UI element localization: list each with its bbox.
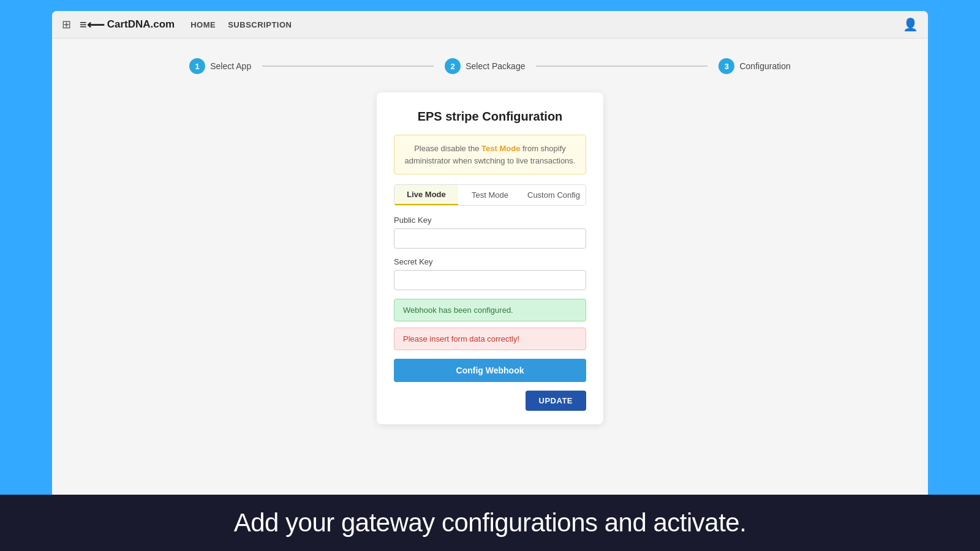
nav-home[interactable]: HOME — [190, 20, 216, 29]
grid-icon[interactable]: ⊞ — [62, 18, 71, 31]
public-key-label: Public Key — [394, 216, 586, 225]
tab-live-mode[interactable]: Live Mode — [394, 185, 458, 205]
stepper: 1 Select App 2 Select Package 3 Configur… — [52, 39, 928, 92]
step-line-1 — [262, 66, 434, 67]
config-webhook-button[interactable]: Config Webhook — [394, 359, 586, 382]
step-1: 1 Select App — [189, 58, 251, 74]
step-1-label: Select App — [210, 61, 251, 71]
secret-key-input[interactable] — [394, 270, 586, 290]
step-1-circle: 1 — [189, 58, 205, 74]
warning-highlight: Test Mode — [481, 144, 520, 153]
card-title: EPS stripe Configuration — [394, 110, 586, 124]
tab-test-mode[interactable]: Test Mode — [458, 185, 522, 205]
public-key-input[interactable] — [394, 228, 586, 249]
main-nav: HOME SUBSCRIPTION — [190, 20, 292, 29]
step-2: 2 Select Package — [445, 58, 525, 74]
step-3-circle: 3 — [718, 58, 734, 74]
warning-banner: Please disable the Test Mode from shopif… — [394, 135, 586, 174]
mode-tabs: Live Mode Test Mode Custom Config — [394, 184, 586, 206]
user-avatar-icon[interactable]: 👤 — [903, 17, 918, 32]
logo: ≡⟵ CartDNA.com — [80, 17, 175, 32]
step-line-2 — [536, 66, 707, 67]
warning-prefix: Please disable the — [414, 144, 481, 153]
success-banner: Webhook has been configured. — [394, 299, 586, 321]
step-3-label: Configuration — [739, 61, 790, 71]
configuration-card: EPS stripe Configuration Please disable … — [377, 92, 603, 424]
nav-subscription[interactable]: SUBSCRIPTION — [228, 20, 292, 29]
step-2-circle: 2 — [445, 58, 461, 74]
tab-custom-config[interactable]: Custom Config — [522, 185, 586, 205]
update-button-row: UPDATE — [394, 391, 586, 411]
step-3: 3 Configuration — [718, 58, 790, 74]
error-banner: Please insert form data correctly! — [394, 328, 586, 350]
step-2-label: Select Package — [466, 61, 525, 71]
update-button[interactable]: UPDATE — [526, 391, 586, 411]
secret-key-label: Secret Key — [394, 257, 586, 266]
caption-bar: Add your gateway configurations and acti… — [0, 495, 980, 551]
